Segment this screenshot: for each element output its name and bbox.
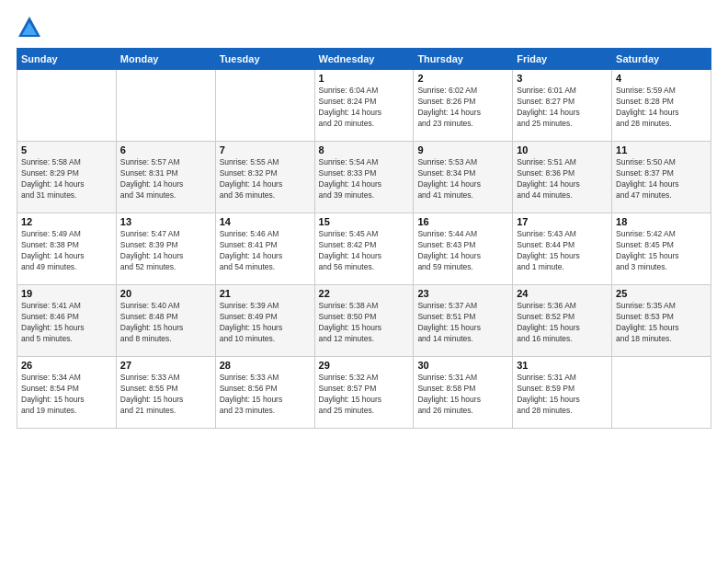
calendar-cell: 18Sunrise: 5:42 AM Sunset: 8:45 PM Dayli…	[612, 213, 711, 285]
day-number: 7	[220, 144, 311, 155]
calendar-week-row: 26Sunrise: 5:34 AM Sunset: 8:54 PM Dayli…	[17, 357, 711, 429]
day-info: Sunrise: 6:04 AM Sunset: 8:24 PM Dayligh…	[319, 86, 410, 130]
calendar-week-row: 19Sunrise: 5:41 AM Sunset: 8:46 PM Dayli…	[17, 285, 711, 357]
day-info: Sunrise: 5:34 AM Sunset: 8:54 PM Dayligh…	[21, 373, 112, 417]
calendar-cell	[215, 70, 314, 142]
day-number: 11	[616, 144, 707, 155]
day-info: Sunrise: 5:35 AM Sunset: 8:53 PM Dayligh…	[616, 301, 707, 345]
calendar-week-row: 1Sunrise: 6:04 AM Sunset: 8:24 PM Daylig…	[17, 70, 711, 142]
calendar-cell: 11Sunrise: 5:50 AM Sunset: 8:37 PM Dayli…	[612, 142, 711, 213]
calendar-cell: 10Sunrise: 5:51 AM Sunset: 8:36 PM Dayli…	[513, 142, 612, 213]
day-info: Sunrise: 5:33 AM Sunset: 8:55 PM Dayligh…	[120, 373, 211, 417]
calendar-cell: 31Sunrise: 5:31 AM Sunset: 8:59 PM Dayli…	[513, 357, 612, 429]
day-info: Sunrise: 6:02 AM Sunset: 8:26 PM Dayligh…	[417, 86, 508, 130]
calendar-cell	[17, 70, 117, 142]
day-number: 19	[21, 288, 112, 299]
day-info: Sunrise: 5:57 AM Sunset: 8:31 PM Dayligh…	[120, 157, 211, 201]
day-number: 4	[616, 73, 707, 84]
day-info: Sunrise: 5:33 AM Sunset: 8:56 PM Dayligh…	[220, 373, 311, 417]
day-info: Sunrise: 5:40 AM Sunset: 8:48 PM Dayligh…	[120, 301, 211, 345]
calendar-cell: 23Sunrise: 5:37 AM Sunset: 8:51 PM Dayli…	[414, 285, 513, 357]
day-number: 3	[517, 73, 608, 84]
day-number: 12	[21, 216, 112, 227]
day-info: Sunrise: 5:46 AM Sunset: 8:41 PM Dayligh…	[220, 229, 311, 273]
calendar-cell: 20Sunrise: 5:40 AM Sunset: 8:48 PM Dayli…	[116, 285, 215, 357]
col-header-wednesday: Wednesday	[314, 49, 414, 70]
day-info: Sunrise: 5:39 AM Sunset: 8:49 PM Dayligh…	[220, 301, 311, 345]
calendar-cell: 13Sunrise: 5:47 AM Sunset: 8:39 PM Dayli…	[116, 213, 215, 285]
day-info: Sunrise: 6:01 AM Sunset: 8:27 PM Dayligh…	[517, 86, 608, 130]
calendar-cell: 4Sunrise: 5:59 AM Sunset: 8:28 PM Daylig…	[612, 70, 711, 142]
calendar-cell: 9Sunrise: 5:53 AM Sunset: 8:34 PM Daylig…	[414, 142, 513, 213]
calendar-cell: 21Sunrise: 5:39 AM Sunset: 8:49 PM Dayli…	[215, 285, 314, 357]
day-info: Sunrise: 5:54 AM Sunset: 8:33 PM Dayligh…	[319, 157, 410, 201]
calendar-cell: 6Sunrise: 5:57 AM Sunset: 8:31 PM Daylig…	[116, 142, 215, 213]
calendar-cell: 25Sunrise: 5:35 AM Sunset: 8:53 PM Dayli…	[612, 285, 711, 357]
calendar-cell: 30Sunrise: 5:31 AM Sunset: 8:58 PM Dayli…	[414, 357, 513, 429]
calendar-cell: 24Sunrise: 5:36 AM Sunset: 8:52 PM Dayli…	[513, 285, 612, 357]
day-number: 29	[319, 360, 410, 371]
day-info: Sunrise: 5:45 AM Sunset: 8:42 PM Dayligh…	[319, 229, 410, 273]
col-header-friday: Friday	[513, 49, 612, 70]
day-info: Sunrise: 5:37 AM Sunset: 8:51 PM Dayligh…	[417, 301, 508, 345]
day-number: 16	[417, 216, 508, 227]
day-number: 6	[120, 144, 211, 155]
day-info: Sunrise: 5:53 AM Sunset: 8:34 PM Dayligh…	[417, 157, 508, 201]
day-info: Sunrise: 5:31 AM Sunset: 8:58 PM Dayligh…	[417, 373, 508, 417]
calendar-cell: 14Sunrise: 5:46 AM Sunset: 8:41 PM Dayli…	[215, 213, 314, 285]
day-number: 23	[417, 288, 508, 299]
calendar-cell: 27Sunrise: 5:33 AM Sunset: 8:55 PM Dayli…	[116, 357, 215, 429]
calendar-cell: 12Sunrise: 5:49 AM Sunset: 8:38 PM Dayli…	[17, 213, 117, 285]
day-info: Sunrise: 5:58 AM Sunset: 8:29 PM Dayligh…	[21, 157, 112, 201]
calendar-cell: 8Sunrise: 5:54 AM Sunset: 8:33 PM Daylig…	[314, 142, 414, 213]
day-info: Sunrise: 5:44 AM Sunset: 8:43 PM Dayligh…	[417, 229, 508, 273]
page-container: SundayMondayTuesdayWednesdayThursdayFrid…	[0, 0, 728, 438]
day-number: 24	[517, 288, 608, 299]
calendar-cell: 22Sunrise: 5:38 AM Sunset: 8:50 PM Dayli…	[314, 285, 414, 357]
calendar-cell: 7Sunrise: 5:55 AM Sunset: 8:32 PM Daylig…	[215, 142, 314, 213]
day-info: Sunrise: 5:38 AM Sunset: 8:50 PM Dayligh…	[319, 301, 410, 345]
day-number: 17	[517, 216, 608, 227]
day-number: 8	[319, 144, 410, 155]
day-number: 2	[417, 73, 508, 84]
day-number: 18	[616, 216, 707, 227]
day-number: 30	[417, 360, 508, 371]
calendar-cell	[116, 70, 215, 142]
calendar-table: SundayMondayTuesdayWednesdayThursdayFrid…	[17, 48, 711, 429]
col-header-saturday: Saturday	[612, 49, 711, 70]
day-info: Sunrise: 5:47 AM Sunset: 8:39 PM Dayligh…	[120, 229, 211, 273]
day-info: Sunrise: 5:42 AM Sunset: 8:45 PM Dayligh…	[616, 229, 707, 273]
calendar-header-row: SundayMondayTuesdayWednesdayThursdayFrid…	[17, 49, 711, 70]
logo-icon	[17, 15, 42, 40]
day-number: 9	[417, 144, 508, 155]
calendar-cell: 17Sunrise: 5:43 AM Sunset: 8:44 PM Dayli…	[513, 213, 612, 285]
calendar-cell: 28Sunrise: 5:33 AM Sunset: 8:56 PM Dayli…	[215, 357, 314, 429]
day-number: 27	[120, 360, 211, 371]
day-info: Sunrise: 5:50 AM Sunset: 8:37 PM Dayligh…	[616, 157, 707, 201]
calendar-cell: 3Sunrise: 6:01 AM Sunset: 8:27 PM Daylig…	[513, 70, 612, 142]
calendar-cell: 2Sunrise: 6:02 AM Sunset: 8:26 PM Daylig…	[414, 70, 513, 142]
day-number: 13	[120, 216, 211, 227]
calendar-cell: 5Sunrise: 5:58 AM Sunset: 8:29 PM Daylig…	[17, 142, 117, 213]
col-header-monday: Monday	[116, 49, 215, 70]
day-info: Sunrise: 5:32 AM Sunset: 8:57 PM Dayligh…	[319, 373, 410, 417]
col-header-tuesday: Tuesday	[215, 49, 314, 70]
day-number: 15	[319, 216, 410, 227]
day-number: 10	[517, 144, 608, 155]
logo	[17, 15, 46, 40]
col-header-sunday: Sunday	[17, 49, 117, 70]
day-number: 21	[220, 288, 311, 299]
day-number: 26	[21, 360, 112, 371]
day-info: Sunrise: 5:31 AM Sunset: 8:59 PM Dayligh…	[517, 373, 608, 417]
day-number: 14	[220, 216, 311, 227]
calendar-cell: 19Sunrise: 5:41 AM Sunset: 8:46 PM Dayli…	[17, 285, 117, 357]
day-number: 22	[319, 288, 410, 299]
calendar-cell: 16Sunrise: 5:44 AM Sunset: 8:43 PM Dayli…	[414, 213, 513, 285]
day-number: 25	[616, 288, 707, 299]
day-number: 28	[220, 360, 311, 371]
calendar-cell: 1Sunrise: 6:04 AM Sunset: 8:24 PM Daylig…	[314, 70, 414, 142]
calendar-cell: 15Sunrise: 5:45 AM Sunset: 8:42 PM Dayli…	[314, 213, 414, 285]
header	[17, 15, 711, 40]
day-info: Sunrise: 5:59 AM Sunset: 8:28 PM Dayligh…	[616, 86, 707, 130]
day-number: 5	[21, 144, 112, 155]
